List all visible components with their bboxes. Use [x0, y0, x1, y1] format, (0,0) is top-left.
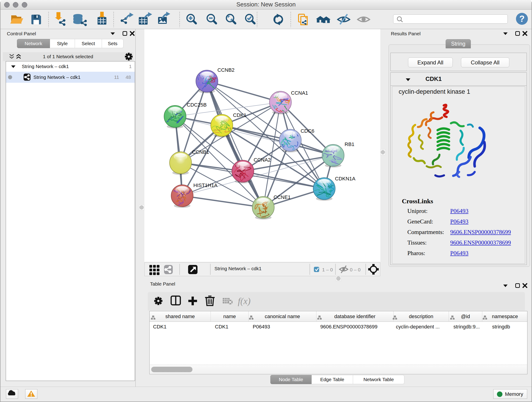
- svg-text:CDK1: CDK1: [233, 112, 247, 118]
- svg-text:CCNA2: CCNA2: [254, 157, 271, 163]
- svg-text:CCNB1: CCNB1: [192, 149, 209, 155]
- svg-text:CCNA1: CCNA1: [291, 90, 308, 96]
- svg-text:CDC6: CDC6: [301, 128, 314, 134]
- svg-text:CCNE1: CCNE1: [273, 194, 291, 200]
- svg-text:CDC25B: CDC25B: [187, 102, 207, 108]
- svg-text:CCNB2: CCNB2: [217, 67, 234, 73]
- svg-text:CDKN1A: CDKN1A: [335, 176, 355, 182]
- svg-text:?: ?: [519, 14, 525, 24]
- svg-text:HIST1H1A: HIST1H1A: [193, 182, 217, 188]
- svg-text:RB1: RB1: [345, 141, 355, 147]
